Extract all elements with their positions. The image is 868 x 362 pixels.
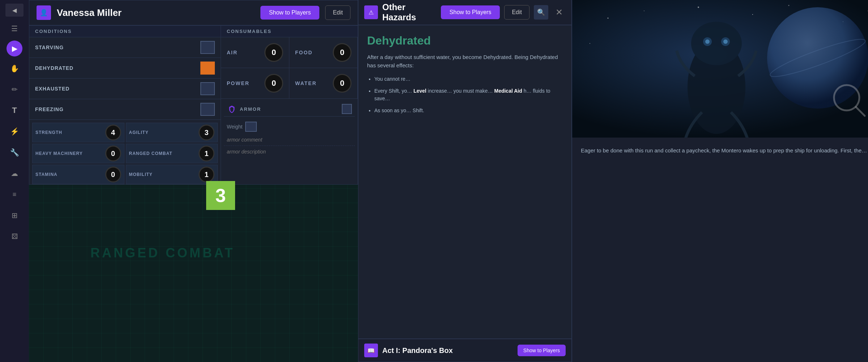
condition-box-freezing[interactable]	[200, 103, 215, 116]
consumable-water: WATER 0	[289, 68, 358, 99]
skill-label-heavy-machinery: HEAVY MACHINERY	[35, 151, 102, 156]
svg-point-5	[788, 5, 790, 6]
armor-weight-row: Weight	[224, 119, 355, 134]
list-icon: ≡	[13, 191, 17, 198]
consumable-value-food: 0	[333, 43, 352, 62]
skills-grid: STRENGTH 4 AGILITY 3 HEAVY MACHINERY 0 R…	[29, 120, 221, 187]
act-show-to-players-button[interactable]: Show to Players	[518, 345, 566, 356]
act-panel: Eager to be done with this run and colle…	[571, 0, 868, 362]
svg-point-8	[590, 43, 590, 44]
skill-agility: AGILITY 3	[126, 123, 218, 142]
armor-section: ARMOR Weight	[221, 99, 358, 184]
pencil-icon: ✏	[12, 85, 18, 94]
text-icon: T	[12, 106, 17, 115]
consumables-header: CONSUMABLES	[221, 26, 358, 37]
hazards-edit-button[interactable]: Edit	[504, 5, 529, 20]
condition-box-exhausted[interactable]	[200, 82, 215, 95]
conditions-header: CONDITIONS	[29, 26, 221, 37]
skill-label-mobility: MOBILITY	[129, 172, 196, 177]
consumable-label-power: POWER	[227, 80, 260, 86]
act-scene-svg	[572, 0, 868, 138]
dice-icon: ⚄	[12, 232, 18, 241]
consumable-value-water: 0	[333, 74, 352, 93]
armor-icon	[227, 104, 237, 114]
hazards-panel-title: Other Hazards	[382, 2, 437, 22]
armor-title: ARMOR	[240, 106, 261, 112]
hazards-search-button[interactable]: 🔍	[534, 5, 548, 20]
dice-button[interactable]: ⚄	[5, 227, 24, 245]
skill-value-strength: 4	[105, 125, 121, 140]
armor-slot[interactable]	[342, 104, 352, 114]
skill-value-mobility: 1	[199, 167, 214, 182]
consumable-label-food: FOOD	[295, 50, 328, 55]
cloud-icon: ☁	[11, 169, 18, 178]
hazards-icon-symbol: ⚠	[369, 9, 374, 16]
hazard-bullets: You cannot re… Every Shift, yo… Level in…	[367, 75, 563, 114]
svg-point-1	[608, 18, 609, 19]
list-button[interactable]: ≡	[5, 185, 24, 203]
close-icon: ✕	[556, 7, 563, 17]
hazards-show-to-players-button[interactable]: Show to Players	[441, 5, 500, 19]
condition-box-starving[interactable]	[200, 41, 215, 54]
consumable-label-air: AIR	[227, 50, 260, 55]
conditions-column: CONDITIONS STARVING DEHYDRATED EXHAUSTED…	[29, 26, 221, 184]
svg-point-16	[705, 39, 710, 44]
armor-comment-input[interactable]	[224, 134, 355, 146]
skill-mobility: MOBILITY 1	[126, 165, 218, 184]
character-panel: 👤 Vanessa Miller Show to Players Edit CO…	[29, 0, 358, 185]
consumable-value-power: 0	[264, 74, 283, 93]
act-header-in-hazards: 📖 Act I: Pandora's Box Show to Players	[358, 339, 571, 362]
pencil-button[interactable]: ✏	[5, 80, 24, 98]
tools-button[interactable]: 🔧	[5, 143, 24, 161]
hazard-description: After a day without sufficient water, yo…	[367, 53, 563, 70]
hazard-bullet-2: Every Shift, yo… Level increase… you mus…	[374, 87, 563, 102]
condition-label-starving: STARVING	[35, 45, 64, 50]
lightning-icon: ⚡	[10, 127, 19, 136]
condition-label-dehydrated: DEHYDRATED	[35, 65, 73, 71]
hazards-panel-icon: ⚠	[364, 5, 378, 19]
hazards-content: Dehydrated After a day without sufficien…	[358, 25, 571, 338]
weight-box[interactable]	[245, 122, 257, 132]
skill-heavy-machinery: HEAVY MACHINERY 0	[32, 144, 124, 163]
condition-row-freezing: FREEZING	[29, 99, 221, 120]
hazards-close-button[interactable]: ✕	[553, 6, 566, 19]
consumables-grid: AIR 0 FOOD 0 POWER 0 WATER 0	[221, 37, 358, 99]
hamburger-icon: ☰	[11, 24, 18, 33]
stack-button[interactable]: ⊞	[5, 206, 24, 224]
tools-icon: 🔧	[10, 148, 19, 157]
condition-row-dehydrated: DEHYDRATED	[29, 58, 221, 79]
consumable-power: POWER 0	[221, 68, 289, 99]
svg-point-10	[767, 7, 868, 109]
edit-button[interactable]: Edit	[325, 5, 350, 20]
act-section-in-hazards: 📖 Act I: Pandora's Box Show to Players	[358, 338, 571, 362]
play-icon: ▶	[12, 44, 17, 53]
armor-description-input[interactable]	[224, 146, 355, 157]
skill-stamina: STAMINA 0	[32, 165, 124, 184]
condition-label-freezing: FREEZING	[35, 106, 64, 112]
consumable-food: FOOD 0	[289, 37, 358, 68]
text-button[interactable]: T	[5, 101, 24, 119]
consumables-column: CONSUMABLES AIR 0 FOOD 0 POWER 0	[221, 26, 358, 184]
collapse-icon: ◀	[12, 7, 17, 14]
act-image	[572, 0, 868, 138]
act-icon-in-hazards: 📖	[364, 344, 378, 357]
cloud-button[interactable]: ☁	[5, 164, 24, 182]
skill-value-agility: 3	[199, 125, 214, 140]
play-button[interactable]: ▶	[7, 41, 22, 56]
lightning-button[interactable]: ⚡	[5, 122, 24, 140]
hazard-bullet-3: As soon as yo… Shift.	[374, 107, 563, 114]
number-token: 3	[206, 181, 235, 210]
stack-icon: ⊞	[12, 211, 18, 220]
sidebar: ◀ ☰ ▶ ✋ ✏ T ⚡ 🔧 ☁ ≡ ⊞ ⚄	[0, 0, 29, 362]
hand-button[interactable]: ✋	[5, 59, 24, 77]
character-body: CONDITIONS STARVING DEHYDRATED EXHAUSTED…	[29, 26, 358, 184]
show-to-players-button[interactable]: Show to Players	[260, 6, 320, 20]
consumable-label-water: WATER	[295, 80, 328, 86]
hamburger-button[interactable]: ☰	[5, 20, 24, 38]
collapse-button[interactable]: ◀	[5, 4, 24, 17]
character-icon: 👤	[37, 5, 51, 20]
condition-box-dehydrated[interactable]	[200, 62, 215, 75]
skill-ranged-combat: RANGED COMBAT 1	[126, 144, 218, 163]
hazard-bullet-1: You cannot re…	[374, 75, 563, 83]
consumable-value-air: 0	[264, 43, 283, 62]
